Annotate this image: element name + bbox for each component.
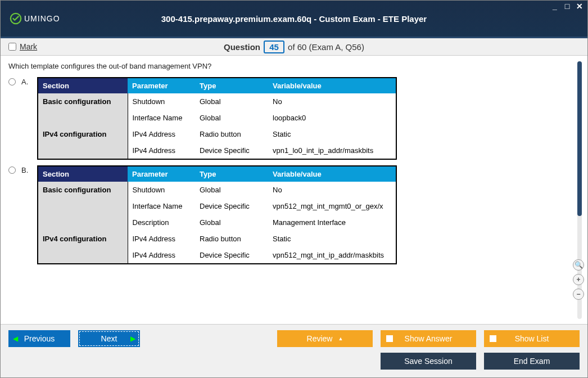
question-bar: Mark Question 45 of 60 (Exam A, Q56) xyxy=(1,37,587,56)
scroll-thumb[interactable] xyxy=(577,61,582,216)
option-a[interactable]: A. Section Parameter Type Variable/value… xyxy=(8,77,568,160)
window-controls: _ □ ✕ xyxy=(550,2,584,11)
titlebar: UMINGO 300-415.prepaway.premium.exam.60q… xyxy=(1,1,587,37)
option-a-label: A. xyxy=(21,77,31,86)
end-exam-button[interactable]: End Exam xyxy=(484,353,580,370)
next-button[interactable]: Next▶ xyxy=(78,330,140,347)
minimize-icon[interactable]: _ xyxy=(550,2,559,11)
option-a-table: Section Parameter Type Variable/value Ba… xyxy=(37,77,397,160)
maximize-icon[interactable]: □ xyxy=(563,2,572,11)
show-list-button[interactable]: Show List xyxy=(484,330,580,347)
review-button[interactable]: Review▲ xyxy=(277,330,373,347)
option-b-table: Section Parameter Type Variable/value Ba… xyxy=(37,165,397,264)
footer: ◀Previous Next▶ Review▲ Show Answer Show… xyxy=(1,324,587,377)
zoom-in-icon[interactable]: + xyxy=(573,274,584,285)
question-content: Which template configures the out-of ban… xyxy=(6,57,571,322)
option-b[interactable]: B. Section Parameter Type Variable/value… xyxy=(8,165,568,264)
question-counter: Question 45 of 60 (Exam A, Q56) xyxy=(1,40,587,53)
question-number: 45 xyxy=(264,40,284,53)
zoom-reset-icon[interactable]: 🔍 xyxy=(573,259,584,271)
checkbox-icon xyxy=(490,335,496,342)
question-text: Which template configures the out-of ban… xyxy=(8,62,568,70)
option-b-radio[interactable] xyxy=(8,166,16,174)
checkbox-icon xyxy=(386,335,393,342)
zoom-controls: 🔍 + − xyxy=(573,259,584,300)
option-b-label: B. xyxy=(21,165,31,174)
close-icon[interactable]: ✕ xyxy=(575,2,584,11)
window-title: 300-415.prepaway.premium.exam.60q - Cust… xyxy=(1,14,587,24)
save-session-button[interactable]: Save Session xyxy=(381,353,476,370)
zoom-out-icon[interactable]: − xyxy=(573,289,584,300)
show-answer-button[interactable]: Show Answer xyxy=(381,330,476,347)
option-a-radio[interactable] xyxy=(8,78,16,86)
previous-button[interactable]: ◀Previous xyxy=(8,330,70,347)
